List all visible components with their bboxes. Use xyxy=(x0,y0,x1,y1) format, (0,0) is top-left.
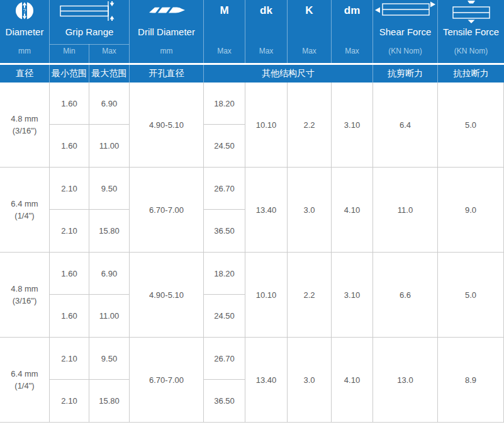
cell-diameter: 6.4 mm (1/4") xyxy=(0,338,50,422)
table-group-4: 6.4 mm (1/4") 2.10 9.50 6.70-7.00 26.70 … xyxy=(0,338,504,423)
grip-min-label: Min xyxy=(50,47,89,55)
cell-m: 18.20 xyxy=(204,253,245,295)
cell-diameter: 4.8 mm (3/16") xyxy=(0,83,50,167)
col-label-grip-range: Grip Range xyxy=(50,26,129,37)
col-header-grip-range: Grip Range Min Max xyxy=(50,0,130,63)
cell-dm: 3.10 xyxy=(332,83,373,167)
cell-grip-min: 1.60 xyxy=(50,83,89,125)
cell-dm: 4.10 xyxy=(332,338,373,422)
cell-grip-min: 2.10 xyxy=(50,168,89,210)
cell-tensile: 9.0 xyxy=(438,168,504,252)
cn-label-tensile: 抗拉断力 xyxy=(438,65,504,83)
cn-label-diameter: 直径 xyxy=(0,65,50,83)
table-header-chinese: 直径 最小范围 最大范围 开孔直径 其他结构尺寸 抗剪断力 抗拉断力 xyxy=(0,65,504,83)
col-label-shear-force: Shear Force xyxy=(373,26,437,37)
diameter-icon: ? xyxy=(14,1,35,21)
col-label-drill-diameter: Drill Diameter xyxy=(130,26,203,37)
diameter-size: 4.8 mm xyxy=(11,113,38,125)
table-body: 4.8 mm (3/16") 1.60 6.90 4.90-5.10 18.20… xyxy=(0,83,504,423)
col-sub-m: Max xyxy=(204,47,245,55)
cell-grip-max: 6.90 xyxy=(89,253,130,295)
cn-label-other-dimensions: 其他结构尺寸 xyxy=(204,65,373,83)
cell-grip-min: 2.10 xyxy=(50,338,89,380)
cell-grip-min: 2.10 xyxy=(50,210,89,252)
cell-diameter: 6.4 mm (1/4") xyxy=(0,168,50,252)
diameter-size: 4.8 mm xyxy=(11,283,38,295)
cell-m: 26.70 xyxy=(204,338,245,380)
grip-max-label: Max xyxy=(89,47,129,55)
cell-drill: 6.70-7.00 xyxy=(130,338,204,422)
col-sub-dm: Max xyxy=(332,47,372,55)
col-header-dk: dk Max xyxy=(245,0,288,63)
col-label-dk: dk xyxy=(245,4,287,17)
grip-min-subcol: Min xyxy=(50,44,89,63)
cell-diameter: 4.8 mm (3/16") xyxy=(0,253,50,337)
table-header: ? Diameter mm Grip Range xyxy=(0,0,504,63)
cell-tensile: 5.0 xyxy=(438,83,504,167)
cell-grip-min: 1.60 xyxy=(50,125,89,167)
diameter-size: 6.4 mm xyxy=(11,368,38,380)
cell-grip-max: 15.80 xyxy=(89,380,130,422)
col-label-m: M xyxy=(204,4,245,17)
cell-m: 36.50 xyxy=(204,210,245,252)
cell-tensile: 8.9 xyxy=(438,338,504,422)
cell-dk: 13.40 xyxy=(245,338,288,422)
cell-grip-max: 15.80 xyxy=(89,210,130,252)
col-header-m: M Max xyxy=(204,0,245,63)
cell-grip-max: 9.50 xyxy=(89,338,130,380)
col-header-shear-force: Shear Force (KN Nom) xyxy=(373,0,438,63)
cell-k: 3.0 xyxy=(288,338,332,422)
col-header-drill-diameter: Drill Diameter mm xyxy=(130,0,204,63)
cn-label-drill: 开孔直径 xyxy=(130,65,204,83)
shear-force-icon xyxy=(374,1,437,20)
cell-grip-min: 2.10 xyxy=(50,380,89,422)
cn-label-grip-min: 最小范围 xyxy=(50,65,89,83)
cell-dk: 10.10 xyxy=(245,253,288,337)
diameter-inch: (1/4") xyxy=(11,380,38,392)
table-group-1: 4.8 mm (3/16") 1.60 6.90 4.90-5.10 18.20… xyxy=(0,83,504,168)
cell-m: 24.50 xyxy=(204,295,245,337)
diameter-inch: (1/4") xyxy=(11,210,38,222)
cell-shear: 6.4 xyxy=(373,83,438,167)
cell-k: 2.2 xyxy=(288,253,332,337)
svg-text:?: ? xyxy=(23,8,26,14)
cell-dk: 10.10 xyxy=(245,83,288,167)
col-header-diameter: ? Diameter mm xyxy=(0,0,50,63)
cell-drill: 4.90-5.10 xyxy=(130,253,204,337)
cell-shear: 11.0 xyxy=(373,168,438,252)
table-group-3: 4.8 mm (3/16") 1.60 6.90 4.90-5.10 18.20… xyxy=(0,253,504,338)
grip-range-icon xyxy=(57,1,122,21)
table-group-2: 6.4 mm (1/4") 2.10 9.50 6.70-7.00 26.70 … xyxy=(0,168,504,253)
cell-grip-max: 6.90 xyxy=(89,83,130,125)
cell-m: 24.50 xyxy=(204,125,245,167)
col-sub-shear: (KN Nom) xyxy=(373,47,437,55)
col-header-tensile-force: Tensile Force (KN Nom) xyxy=(438,0,504,63)
diameter-size: 6.4 mm xyxy=(11,198,38,210)
cell-dm: 3.10 xyxy=(332,253,373,337)
col-label-diameter: Diameter xyxy=(0,26,49,37)
col-label-k: K xyxy=(288,4,331,17)
cell-drill: 4.90-5.10 xyxy=(130,83,204,167)
drill-bit-icon xyxy=(147,4,187,16)
rivet-spec-table: ? Diameter mm Grip Range xyxy=(0,0,504,427)
cell-k: 2.2 xyxy=(288,83,332,167)
cell-m: 26.70 xyxy=(204,168,245,210)
cell-grip-max: 9.50 xyxy=(89,168,130,210)
cell-grip-max: 11.00 xyxy=(89,295,130,337)
cell-shear: 13.0 xyxy=(373,338,438,422)
cell-k: 3.0 xyxy=(288,168,332,252)
col-sub-k: Max xyxy=(288,47,331,55)
col-header-k: K Max xyxy=(288,0,332,63)
cell-grip-min: 1.60 xyxy=(50,295,89,337)
cell-shear: 6.6 xyxy=(373,253,438,337)
col-label-dm: dm xyxy=(332,4,372,17)
cell-grip-max: 11.00 xyxy=(89,125,130,167)
cell-grip-min: 1.60 xyxy=(50,253,89,295)
col-label-tensile-force: Tensile Force xyxy=(438,26,504,37)
cell-tensile: 5.0 xyxy=(438,253,504,337)
col-sub-tensile: (KN Nom) xyxy=(438,47,504,55)
col-header-dm: dm Max xyxy=(332,0,373,63)
cn-label-grip-max: 最大范围 xyxy=(89,65,130,83)
tensile-force-icon xyxy=(440,1,503,23)
col-unit-drill: mm xyxy=(130,47,203,55)
